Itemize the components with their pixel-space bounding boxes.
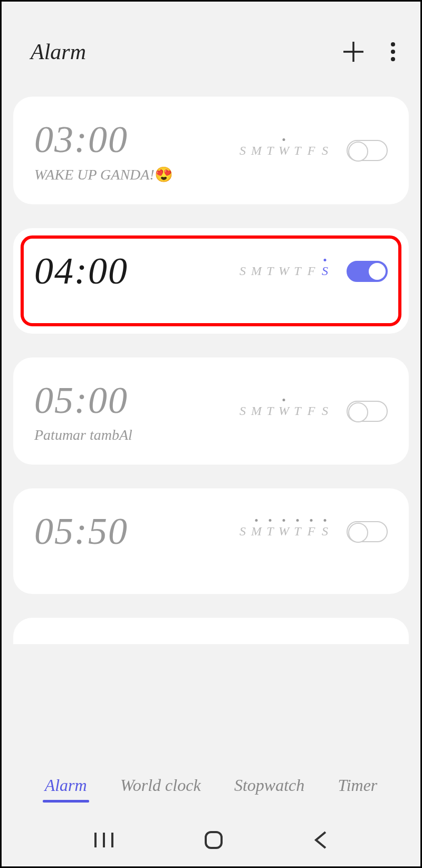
day-indicator: T bbox=[292, 404, 303, 418]
day-indicator: T bbox=[264, 524, 276, 539]
alarm-time: 03:00 bbox=[34, 118, 173, 162]
tab-timer[interactable]: Timer bbox=[336, 770, 380, 800]
day-indicator: T bbox=[264, 264, 276, 278]
alarm-toggle[interactable] bbox=[347, 140, 388, 161]
day-indicator: T bbox=[292, 264, 303, 278]
alarm-toggle[interactable] bbox=[347, 261, 388, 282]
days-row: SMTWTFS bbox=[237, 404, 331, 418]
days-row: SMTWTFS bbox=[237, 264, 331, 278]
svg-point-4 bbox=[391, 57, 395, 61]
page-title: Alarm bbox=[31, 39, 86, 64]
home-button[interactable] bbox=[204, 830, 224, 850]
alarm-label: WAKE UP GANDA!😍 bbox=[34, 166, 173, 183]
day-indicator: F bbox=[305, 264, 317, 278]
day-indicator: W bbox=[278, 144, 290, 158]
header-actions bbox=[341, 40, 397, 64]
alarm-row: 03:00WAKE UP GANDA!😍SMTWTFS bbox=[34, 118, 388, 183]
day-indicator: T bbox=[264, 144, 276, 158]
day-indicator: S bbox=[237, 144, 248, 158]
days-row: SMTWTFS bbox=[237, 144, 331, 158]
day-indicator: T bbox=[264, 404, 276, 418]
alarm-right: SMTWTFS bbox=[237, 521, 388, 542]
alarm-time: 05:50 bbox=[34, 510, 128, 553]
alarm-card[interactable]: 03:00WAKE UP GANDA!😍SMTWTFS bbox=[13, 97, 409, 204]
alarm-right: SMTWTFS bbox=[237, 261, 388, 282]
svg-point-2 bbox=[391, 42, 395, 46]
bottom-tabs: AlarmWorld clockStopwatchTimer bbox=[2, 770, 420, 800]
tab-alarm[interactable]: Alarm bbox=[43, 770, 89, 800]
more-options-button[interactable] bbox=[389, 40, 397, 64]
system-nav-bar bbox=[2, 814, 420, 866]
day-indicator: F bbox=[305, 524, 317, 539]
alarm-left: 04:00 bbox=[34, 249, 128, 293]
day-indicator: S bbox=[237, 524, 248, 539]
day-indicator: W bbox=[278, 524, 290, 539]
alarm-left: 03:00WAKE UP GANDA!😍 bbox=[34, 118, 173, 183]
day-indicator: S bbox=[237, 404, 248, 418]
day-indicator: S bbox=[319, 404, 331, 418]
day-indicator: W bbox=[278, 404, 290, 418]
tab-world-clock[interactable]: World clock bbox=[118, 770, 203, 800]
day-indicator: S bbox=[319, 264, 331, 278]
day-indicator: T bbox=[292, 524, 303, 539]
day-indicator: S bbox=[319, 144, 331, 158]
alarm-row: 05:00Patumar tambAlSMTWTFS bbox=[34, 379, 388, 444]
alarm-label: Patumar tambAl bbox=[34, 427, 132, 444]
alarm-card[interactable]: 05:50SMTWTFS bbox=[13, 488, 409, 594]
alarm-row: 05:50SMTWTFS bbox=[34, 510, 388, 553]
svg-point-3 bbox=[391, 50, 395, 54]
day-indicator: M bbox=[251, 404, 262, 418]
days-row: SMTWTFS bbox=[237, 524, 331, 539]
alarm-time: 04:00 bbox=[34, 249, 128, 293]
day-indicator: M bbox=[251, 144, 262, 158]
day-indicator: S bbox=[237, 264, 248, 278]
recents-button[interactable] bbox=[93, 831, 114, 850]
day-indicator: W bbox=[278, 264, 290, 278]
alarm-card[interactable]: 05:00Patumar tambAlSMTWTFS bbox=[13, 357, 409, 465]
emoji-icon: 😍 bbox=[155, 166, 173, 183]
day-indicator: T bbox=[292, 144, 303, 158]
alarm-left: 05:50 bbox=[34, 510, 128, 553]
peek-card[interactable] bbox=[13, 618, 409, 644]
alarm-time: 05:00 bbox=[34, 379, 132, 422]
tab-stopwatch[interactable]: Stopwatch bbox=[232, 770, 306, 800]
day-indicator: M bbox=[251, 524, 262, 539]
alarm-right: SMTWTFS bbox=[237, 140, 388, 161]
day-indicator: M bbox=[251, 264, 262, 278]
day-indicator: S bbox=[319, 524, 331, 539]
alarm-row: 04:00SMTWTFS bbox=[34, 249, 388, 293]
alarm-left: 05:00Patumar tambAl bbox=[34, 379, 132, 444]
alarm-toggle[interactable] bbox=[347, 521, 388, 542]
back-button[interactable] bbox=[313, 830, 329, 850]
alarm-card[interactable]: 04:00SMTWTFS bbox=[13, 228, 409, 334]
alarm-toggle[interactable] bbox=[347, 401, 388, 422]
svg-rect-8 bbox=[206, 832, 222, 848]
day-indicator: F bbox=[305, 404, 317, 418]
day-indicator: F bbox=[305, 144, 317, 158]
alarm-list: 03:00WAKE UP GANDA!😍SMTWTFS04:00SMTWTFS0… bbox=[2, 97, 420, 594]
add-alarm-button[interactable] bbox=[341, 40, 366, 64]
alarm-right: SMTWTFS bbox=[237, 401, 388, 422]
app-header: Alarm bbox=[2, 2, 420, 97]
